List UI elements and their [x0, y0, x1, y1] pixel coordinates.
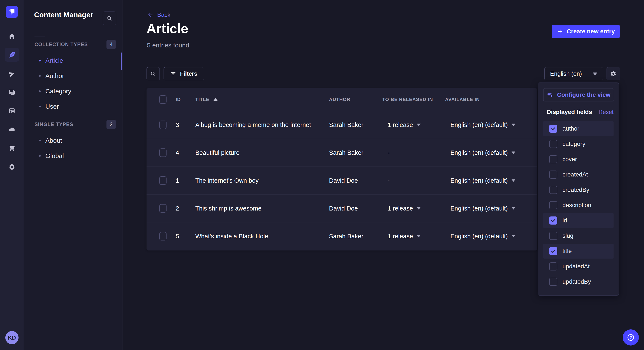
row-checkbox[interactable] [159, 121, 166, 129]
home-icon[interactable] [6, 30, 18, 42]
checkbox-unchecked[interactable] [549, 171, 557, 178]
chevron-down-icon [417, 124, 420, 126]
field-toggle-category[interactable]: category [543, 137, 614, 151]
subnav-item-user[interactable]: User [24, 99, 122, 114]
cloud-deploy-icon[interactable] [6, 123, 18, 135]
checkbox-unchecked[interactable] [549, 278, 557, 286]
checkbox-checked[interactable] [549, 216, 557, 224]
column-header-title[interactable]: TITLE [195, 97, 218, 102]
release-value: 1 release [388, 205, 413, 212]
svg-text:?: ? [630, 335, 632, 340]
entries-table: ID TITLE AUTHOR TO BE RELEASED IN AVAILA… [146, 88, 537, 250]
cell-to-be-released-in[interactable]: 1 release [388, 205, 420, 212]
subnav-item-global[interactable]: Global [24, 148, 122, 164]
displayed-fields-title: Displayed fields [547, 109, 592, 116]
content-manager-feather-icon[interactable] [5, 48, 19, 62]
row-checkbox[interactable] [159, 149, 166, 157]
user-avatar[interactable]: KD [5, 331, 18, 344]
subnav-section-list: ArticleAuthorCategoryUser [24, 53, 122, 114]
cell-available-in[interactable]: English (en) (default) [450, 205, 515, 212]
view-settings-button[interactable] [606, 67, 620, 80]
chevron-down-icon [512, 179, 515, 182]
cell-to-be-released-in[interactable]: 1 release [388, 121, 420, 128]
cell-to-be-released-in[interactable]: 1 release [388, 233, 420, 240]
table-search-button[interactable] [146, 67, 160, 80]
subnav-item-author[interactable]: Author [24, 68, 122, 84]
cell-title: A bug is becoming a meme on the internet [195, 121, 311, 128]
checkbox-checked[interactable] [549, 247, 557, 255]
table-row[interactable]: 3A bug is becoming a meme on the interne… [146, 111, 537, 139]
field-toggle-updatedBy[interactable]: updatedBy [543, 274, 614, 289]
subnav-scrollbar[interactable] [121, 52, 122, 70]
cell-available-in[interactable]: English (en) (default) [450, 177, 515, 184]
question-circle-icon: ? [626, 333, 636, 342]
cell-available-in[interactable]: English (en) (default) [450, 121, 515, 128]
cell-title: Beautiful picture [195, 149, 240, 156]
row-checkbox[interactable] [159, 204, 166, 213]
field-toggle-author[interactable]: author [543, 121, 614, 136]
field-toggle-cover[interactable]: cover [543, 152, 614, 167]
cell-title: What's inside a Black Hole [195, 233, 268, 240]
checkbox-unchecked[interactable] [549, 201, 557, 209]
content-type-builder-icon[interactable] [6, 105, 18, 117]
subnav-title: Content Manager [34, 11, 93, 19]
row-checkbox[interactable] [159, 176, 166, 185]
cell-title: This shrimp is awesome [195, 205, 262, 212]
cell-available-in[interactable]: English (en) (default) [450, 149, 515, 156]
checkbox-unchecked[interactable] [549, 140, 557, 148]
column-header-available[interactable]: AVAILABLE IN [445, 97, 480, 102]
subnav-search-button[interactable] [103, 11, 116, 25]
displayed-fields-list: authorcategorycovercreatedAtcreatedBydes… [538, 121, 619, 289]
field-toggle-updatedAt[interactable]: updatedAt [543, 259, 614, 274]
table-row[interactable]: 2This shrimp is awesomeDavid Doe1 releas… [146, 194, 537, 222]
gear-icon [610, 71, 616, 77]
subnav-item-article[interactable]: Article [24, 53, 122, 68]
select-all-checkbox[interactable] [159, 95, 166, 104]
column-header-author[interactable]: AUTHOR [329, 97, 350, 102]
cell-available-in[interactable]: English (en) (default) [450, 233, 515, 240]
filters-button[interactable]: Filters [164, 67, 204, 80]
configure-view-button[interactable]: Configure the view [543, 88, 614, 101]
paper-plane-icon[interactable] [6, 68, 18, 80]
field-toggle-createdBy[interactable]: createdBy [543, 182, 614, 197]
subnav-divider [34, 37, 45, 37]
settings-gear-icon[interactable] [6, 161, 18, 173]
checkbox-unchecked[interactable] [549, 232, 557, 240]
checkbox-unchecked[interactable] [549, 186, 557, 194]
field-toggle-createdAt[interactable]: createdAt [543, 167, 614, 182]
locale-value: English (en) (default) [450, 149, 508, 156]
help-button[interactable]: ? [623, 329, 639, 346]
checkbox-unchecked[interactable] [549, 262, 557, 270]
strapi-logo[interactable] [6, 6, 18, 18]
table-row[interactable]: 1The internet's Own boyDavid Doe-English… [146, 167, 537, 194]
bullet-icon [39, 60, 41, 61]
table-row[interactable]: 5What's inside a Black HoleSarah Baker1 … [146, 222, 537, 250]
field-toggle-title[interactable]: title [543, 244, 614, 259]
row-checkbox[interactable] [159, 232, 166, 240]
table-row[interactable]: 4Beautiful pictureSarah Baker-English (e… [146, 139, 537, 167]
media-library-icon[interactable] [6, 86, 18, 98]
marketplace-cart-icon[interactable] [6, 142, 18, 154]
field-toggle-slug[interactable]: slug [543, 228, 614, 243]
reset-link[interactable]: Reset [598, 109, 614, 116]
page-title: Article [146, 21, 188, 36]
subnav-item-category[interactable]: Category [24, 84, 122, 99]
locale-select[interactable]: English (en) [544, 67, 603, 80]
subnav-section-header: COLLECTION TYPES4 [34, 40, 116, 49]
subnav-section-label: SINGLE TYPES [34, 122, 73, 127]
back-link[interactable]: Back [147, 11, 170, 19]
locale-value: English (en) (default) [450, 177, 508, 184]
strapi-logo-icon [6, 6, 18, 18]
column-header-released[interactable]: TO BE RELEASED IN [382, 97, 433, 102]
create-new-entry-button[interactable]: Create new entry [552, 25, 620, 38]
subnav-item-about[interactable]: About [24, 133, 122, 148]
locale-value: English (en) (default) [450, 121, 508, 128]
field-toggle-description[interactable]: description [543, 198, 614, 213]
cell-author: David Doe [329, 205, 358, 212]
checkbox-unchecked[interactable] [549, 155, 557, 163]
field-toggle-id[interactable]: id [543, 213, 614, 228]
configure-view-label: Configure the view [557, 91, 610, 98]
arrow-left-icon [147, 12, 154, 18]
checkbox-checked[interactable] [549, 125, 557, 133]
column-header-id[interactable]: ID [176, 97, 181, 102]
